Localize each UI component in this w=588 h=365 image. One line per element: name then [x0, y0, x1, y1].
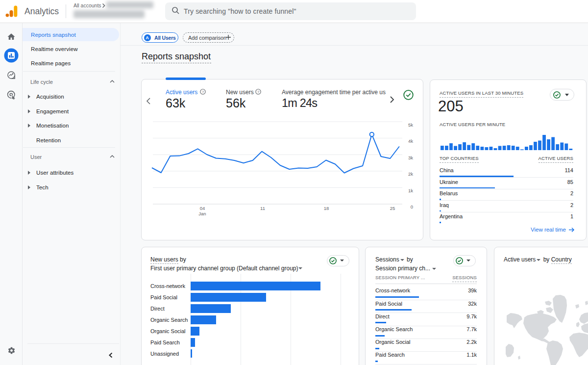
svg-text:Jan: Jan	[198, 211, 206, 216]
svg-text:?: ?	[202, 90, 204, 94]
svg-text:04: 04	[200, 206, 205, 211]
svg-text:1k: 1k	[408, 188, 413, 193]
svg-text:4k: 4k	[408, 138, 413, 144]
svg-text:5k: 5k	[408, 122, 413, 128]
svg-text:11: 11	[260, 206, 265, 211]
svg-text:18: 18	[324, 206, 329, 211]
svg-text:2k: 2k	[408, 171, 413, 177]
svg-text:3k: 3k	[408, 155, 413, 160]
svg-text:25: 25	[390, 206, 395, 211]
svg-text:0: 0	[411, 204, 413, 209]
svg-text:?: ?	[257, 90, 259, 94]
